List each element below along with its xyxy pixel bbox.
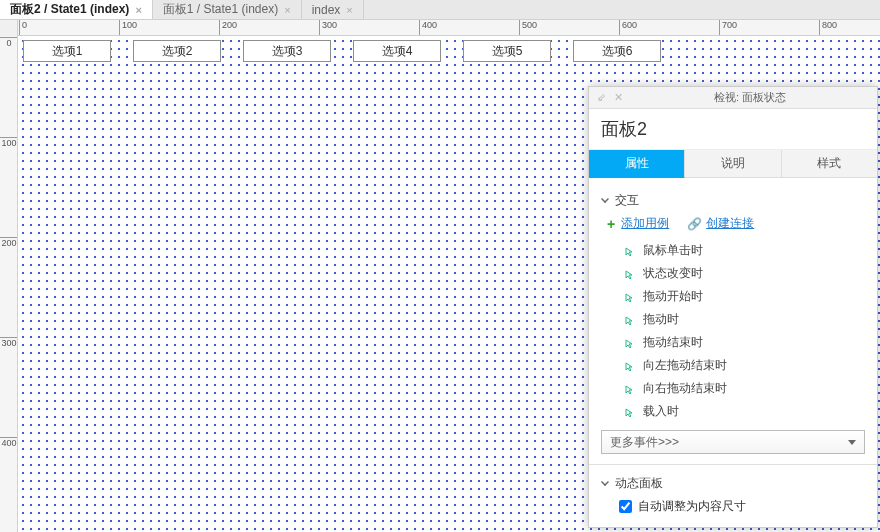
ruler-tick: 300: [0, 337, 18, 348]
more-events-label: 更多事件>>>: [610, 434, 679, 451]
event-list: 鼠标单击时状态改变时拖动开始时拖动时拖动结束时向左拖动结束时向右拖动结束时载入时: [625, 242, 865, 420]
auto-fit-row: 自动调整为内容尺寸: [619, 498, 865, 515]
ruler-tick: 100: [119, 20, 137, 35]
event-label: 拖动时: [643, 311, 679, 328]
option-box-4[interactable]: 选项4: [353, 40, 441, 62]
event-label: 载入时: [643, 403, 679, 420]
document-tab-label: 面板2 / State1 (index): [10, 1, 129, 18]
create-link-link[interactable]: 创建连接: [706, 215, 754, 232]
close-icon[interactable]: ×: [135, 4, 141, 16]
document-tab-strip: 面板2 / State1 (index)×面板1 / State1 (index…: [0, 0, 880, 20]
option-box-2[interactable]: 选项2: [133, 40, 221, 62]
cursor-icon: [625, 292, 635, 302]
document-tab-2[interactable]: index×: [302, 0, 364, 19]
add-case-link[interactable]: 添加用例: [621, 215, 669, 232]
document-tab-label: index: [312, 3, 341, 17]
dropdown-caret-icon: [848, 440, 856, 445]
event-item-5[interactable]: 向左拖动结束时: [625, 357, 865, 374]
more-events-dropdown[interactable]: 更多事件>>>: [601, 430, 865, 454]
document-tab-0[interactable]: 面板2 / State1 (index)×: [0, 0, 153, 19]
event-label: 状态改变时: [643, 265, 703, 282]
event-label: 拖动结束时: [643, 334, 703, 351]
inspector-titlebar[interactable]: ⇙ ✕ 检视: 面板状态: [589, 87, 877, 109]
ruler-tick: 200: [0, 237, 18, 248]
cursor-icon: [625, 315, 635, 325]
document-tab-1[interactable]: 面板1 / State1 (index)×: [153, 0, 302, 19]
ruler-tick: 800: [819, 20, 837, 35]
event-item-2[interactable]: 拖动开始时: [625, 288, 865, 305]
element-name-field[interactable]: 面板2: [589, 109, 877, 150]
event-label: 拖动开始时: [643, 288, 703, 305]
ruler-tick: 400: [0, 437, 18, 448]
chevron-down-icon: [601, 195, 609, 203]
link-icon: 🔗: [687, 217, 702, 231]
event-item-1[interactable]: 状态改变时: [625, 265, 865, 282]
inspector-tab-0[interactable]: 属性: [589, 150, 685, 178]
option-box-5[interactable]: 选项5: [463, 40, 551, 62]
ruler-tick: 700: [719, 20, 737, 35]
option-box-6[interactable]: 选项6: [573, 40, 661, 62]
event-label: 向右拖动结束时: [643, 380, 727, 397]
cursor-icon: [625, 361, 635, 371]
event-item-3[interactable]: 拖动时: [625, 311, 865, 328]
plus-icon: +: [607, 216, 615, 232]
ruler-tick: 600: [619, 20, 637, 35]
horizontal-ruler: 0100200300400500600700800: [18, 20, 880, 35]
ruler-tick: 400: [419, 20, 437, 35]
cursor-icon: [625, 407, 635, 417]
ruler-origin-corner: [0, 20, 18, 36]
section-divider: [589, 464, 877, 465]
option-box-3[interactable]: 选项3: [243, 40, 331, 62]
ruler-tick: 300: [319, 20, 337, 35]
inspector-tabs: 属性说明样式: [589, 150, 877, 178]
event-item-6[interactable]: 向右拖动结束时: [625, 380, 865, 397]
ruler-tick: 200: [219, 20, 237, 35]
interaction-actions-row: + 添加用例 🔗 创建连接: [607, 215, 865, 232]
pin-icon[interactable]: ⇙: [597, 91, 606, 104]
section-interaction-label: 交互: [615, 192, 639, 209]
ruler-tick: 0: [19, 20, 27, 35]
cursor-icon: [625, 246, 635, 256]
inspector-body: 交互 + 添加用例 🔗 创建连接 鼠标单击时状态改变时拖动开始时拖动时拖动结束时…: [589, 178, 877, 527]
cursor-icon: [625, 384, 635, 394]
close-icon[interactable]: ✕: [614, 91, 623, 104]
ruler-tick: 0: [0, 37, 18, 48]
document-tab-label: 面板1 / State1 (index): [163, 1, 278, 18]
cursor-icon: [625, 338, 635, 348]
inspector-panel: ⇙ ✕ 检视: 面板状态 面板2 属性说明样式 交互 + 添加用例 🔗 创建连接…: [588, 86, 878, 528]
chevron-down-icon: [601, 478, 609, 486]
section-interaction-head[interactable]: 交互: [601, 192, 865, 209]
cursor-icon: [625, 269, 635, 279]
close-icon[interactable]: ×: [346, 4, 352, 16]
event-label: 鼠标单击时: [643, 242, 703, 259]
event-label: 向左拖动结束时: [643, 357, 727, 374]
event-item-0[interactable]: 鼠标单击时: [625, 242, 865, 259]
auto-fit-checkbox[interactable]: [619, 500, 632, 513]
inspector-title: 检视: 面板状态: [631, 90, 869, 105]
section-dynamic-panel-label: 动态面板: [615, 475, 663, 492]
close-icon[interactable]: ×: [284, 4, 290, 16]
inspector-tab-2[interactable]: 样式: [782, 150, 877, 178]
option-box-1[interactable]: 选项1: [23, 40, 111, 62]
auto-fit-label: 自动调整为内容尺寸: [638, 498, 746, 515]
inspector-tab-1[interactable]: 说明: [685, 150, 781, 178]
section-dynamic-panel-head[interactable]: 动态面板: [601, 475, 865, 492]
ruler-tick: 500: [519, 20, 537, 35]
event-item-7[interactable]: 载入时: [625, 403, 865, 420]
event-item-4[interactable]: 拖动结束时: [625, 334, 865, 351]
vertical-ruler: 0100200300400: [0, 36, 18, 532]
ruler-tick: 100: [0, 137, 18, 148]
